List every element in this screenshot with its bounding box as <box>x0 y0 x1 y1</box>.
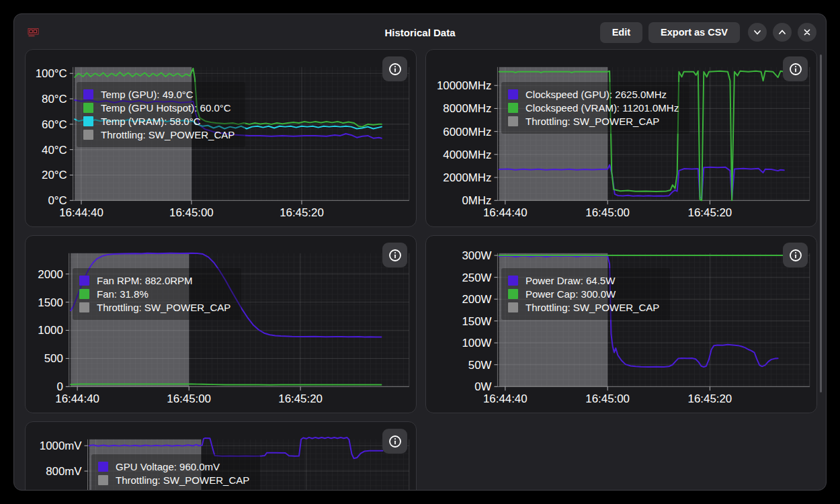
legend-swatch <box>79 289 89 299</box>
screen: Historical Data Edit Export as CSV 100°C… <box>0 0 840 504</box>
legend-row: Fan RPM: 882.0RPM <box>79 275 230 286</box>
y-tick-label: 6000MHz <box>443 126 491 138</box>
y-tick-label: 300W <box>462 249 491 262</box>
info-icon <box>388 435 402 448</box>
shade-button[interactable] <box>748 23 767 42</box>
close-button[interactable] <box>798 23 816 42</box>
chart-card-clockspeed: 10000MHz8000MHz6000MHz4000MHz2000MHz0MHz… <box>425 49 817 227</box>
legend-swatch <box>98 475 108 485</box>
charts-grid: 100°C80°C60°C40°C20°C0°C16:44:4016:45:00… <box>25 49 817 491</box>
chart-card-voltage: 1000mV800mV16:44:4016:45:0016:45:20 GPU … <box>25 421 417 491</box>
y-tick-label: 2000MHz <box>443 171 491 184</box>
legend-row: Temp (GPU Hotspot): 60.0°C <box>83 102 235 114</box>
chart-legend: Temp (GPU): 49.0°CTemp (GPU Hotspot): 60… <box>77 82 245 147</box>
y-tick-label: 10000MHz <box>437 79 492 92</box>
legend-label: Throttling: SW_POWER_CAP <box>97 302 230 313</box>
x-tick-label: 16:45:00 <box>169 206 214 219</box>
legend-row: Throttling: SW_POWER_CAP <box>508 302 659 313</box>
chart-legend: Clockspeed (GPU): 2625.0MHzClockspeed (V… <box>501 82 689 134</box>
x-tick-label: 16:45:20 <box>688 206 732 219</box>
legend-row: Throttling: SW_POWER_CAP <box>79 302 230 313</box>
legend-swatch <box>79 302 89 312</box>
y-tick-label: 20°C <box>42 169 67 181</box>
info-button[interactable] <box>783 243 808 267</box>
info-button[interactable] <box>382 56 407 81</box>
y-tick-label: 1000mV <box>40 439 83 452</box>
close-icon <box>802 27 812 38</box>
legend-row: Temp (GPU): 49.0°C <box>83 89 235 100</box>
y-tick-label: 1500 <box>38 296 63 309</box>
x-tick-label: 16:44:40 <box>483 206 528 219</box>
legend-swatch <box>508 89 518 99</box>
x-tick-label: 16:45:00 <box>585 392 630 405</box>
scrollbar-thumb[interactable] <box>820 54 822 392</box>
info-button[interactable] <box>382 429 407 454</box>
gpu-app-icon <box>28 27 40 38</box>
x-tick-label: 16:44:40 <box>55 392 99 405</box>
legend-swatch <box>83 130 93 140</box>
x-tick-label: 16:44:40 <box>483 392 528 405</box>
x-tick-label: 16:45:20 <box>278 392 323 405</box>
y-tick-label: 8000MHz <box>443 102 491 115</box>
legend-row: Throttling: SW_POWER_CAP <box>508 116 679 127</box>
chart-legend: Power Draw: 64.5WPower Cap: 300.0WThrott… <box>501 268 670 320</box>
chart-legend: GPU Voltage: 960.0mVThrottling: SW_POWER… <box>91 454 260 491</box>
maximize-button[interactable] <box>773 23 792 42</box>
y-tick-label: 80°C <box>42 93 67 106</box>
chart-legend: Fan RPM: 882.0RPMFan: 31.8%Throttling: S… <box>73 268 241 320</box>
chevron-down-icon <box>752 27 763 38</box>
edit-button[interactable]: Edit <box>600 22 642 43</box>
y-tick-label: 0W <box>474 380 491 393</box>
legend-swatch <box>83 89 93 99</box>
y-tick-label: 500 <box>44 352 63 365</box>
info-icon <box>789 249 802 262</box>
legend-label: Temp (VRAM): 58.0°C <box>101 116 201 127</box>
y-tick-label: 800mV <box>46 465 82 478</box>
legend-swatch <box>83 116 93 126</box>
legend-swatch <box>508 103 518 113</box>
legend-swatch <box>79 276 89 286</box>
x-tick-label: 16:45:00 <box>167 392 211 405</box>
info-button[interactable] <box>382 243 407 267</box>
y-tick-label: 150W <box>462 315 491 328</box>
window-title: Historical Data <box>384 27 455 38</box>
y-tick-label: 60°C <box>42 118 67 131</box>
header-bar: Historical Data Edit Export as CSV <box>14 14 826 50</box>
legend-label: Throttling: SW_POWER_CAP <box>101 129 235 140</box>
y-tick-label: 100°C <box>36 67 67 80</box>
legend-label: Fan: 31.8% <box>97 288 149 300</box>
x-tick-label: 16:45:00 <box>585 206 630 219</box>
legend-swatch <box>508 116 518 126</box>
info-button[interactable] <box>783 56 808 81</box>
power-chart: 300W250W200W150W100W50W0W16:44:4016:45:0… <box>426 236 816 413</box>
y-tick-label: 50W <box>468 359 492 372</box>
y-tick-label: 100W <box>462 337 491 349</box>
chart-card-power: 300W250W200W150W100W50W0W16:44:4016:45:0… <box>425 235 817 413</box>
legend-row: Power Cap: 300.0W <box>508 288 659 300</box>
info-icon <box>789 62 802 76</box>
x-tick-label: 16:44:40 <box>59 206 103 219</box>
y-tick-label: 0 <box>56 380 62 393</box>
header-actions: Edit Export as CSV <box>600 22 816 43</box>
y-tick-label: 0°C <box>48 194 67 207</box>
legend-swatch <box>508 289 518 299</box>
legend-row: Throttling: SW_POWER_CAP <box>83 129 235 140</box>
legend-row: Temp (VRAM): 58.0°C <box>83 116 235 127</box>
y-tick-label: 250W <box>462 271 491 284</box>
x-tick-label: 16:45:20 <box>280 206 324 219</box>
fan-chart: 200015001000500016:44:4016:45:0016:45:20 <box>26 236 416 413</box>
chart-card-temperature: 100°C80°C60°C40°C20°C0°C16:44:4016:45:00… <box>25 49 417 227</box>
legend-swatch <box>508 276 518 286</box>
y-tick-label: 2000 <box>38 268 63 281</box>
legend-swatch <box>83 103 93 113</box>
export-csv-button[interactable]: Export as CSV <box>648 22 740 43</box>
legend-label: Temp (GPU): 49.0°C <box>101 89 194 100</box>
legend-row: Clockspeed (VRAM): 11201.0MHz <box>508 102 679 114</box>
legend-label: GPU Voltage: 960.0mV <box>116 461 220 472</box>
legend-label: Temp (GPU Hotspot): 60.0°C <box>101 102 231 114</box>
clockspeed-chart: 10000MHz8000MHz6000MHz4000MHz2000MHz0MHz… <box>426 50 816 226</box>
legend-label: Power Draw: 64.5W <box>526 275 615 286</box>
legend-label: Throttling: SW_POWER_CAP <box>526 116 659 127</box>
info-icon <box>388 249 402 262</box>
chart-card-fan: 200015001000500016:44:4016:45:0016:45:20… <box>25 235 417 413</box>
